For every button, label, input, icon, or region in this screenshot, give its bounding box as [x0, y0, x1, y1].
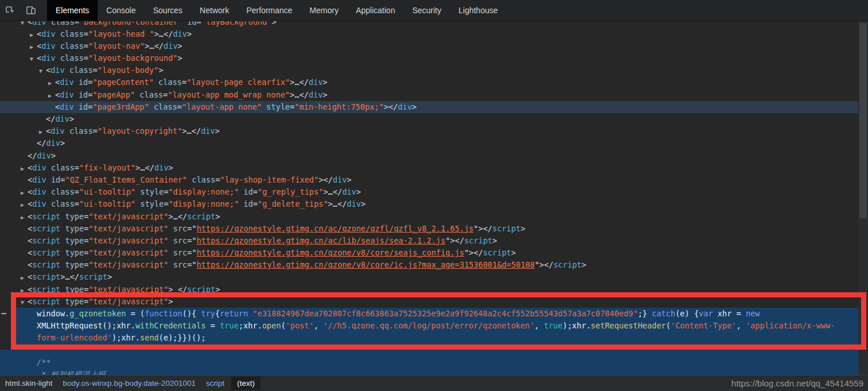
code-token: type — [60, 297, 84, 306]
code-token: div — [50, 126, 65, 136]
tab-lighthouse[interactable]: Lighthouse — [450, 0, 507, 21]
dom-tree-line[interactable]: ▼<div class="layout-background"> — [0, 52, 868, 64]
tab-performance[interactable]: Performance — [238, 0, 301, 21]
chevron-collapsed-icon[interactable]: ▶ — [21, 272, 28, 284]
code-token: </ — [299, 78, 309, 87]
code-token: < — [28, 248, 32, 257]
resource-link[interactable]: https://qzonestyle.gtimg.cn/qzone/v8/cor… — [197, 260, 535, 269]
dom-tree-line[interactable]: <script type="text/javascript" src="http… — [0, 223, 868, 235]
chevron-expanded-icon[interactable]: ▼ — [21, 296, 28, 308]
chevron-collapsed-icon[interactable]: ▶ — [21, 199, 28, 211]
chevron-collapsed-icon[interactable]: ▶ — [21, 187, 28, 199]
breadcrumb-item[interactable]: script — [206, 379, 224, 388]
dom-tree-line[interactable]: /** — [0, 357, 868, 369]
tab-memory[interactable]: Memory — [301, 0, 348, 21]
dom-tree-line[interactable] — [0, 344, 868, 357]
dom-tree-line[interactable]: <script type="text/javascript" src="http… — [0, 247, 868, 259]
tab-elements[interactable]: Elements — [47, 0, 98, 21]
code-token: script — [32, 236, 60, 245]
dom-tree-line[interactable]: ▼<script type="text/javascript"> — [0, 296, 868, 308]
chevron-collapsed-icon[interactable]: ▶ — [39, 126, 46, 138]
code-token: > — [361, 199, 365, 208]
dom-tree-line[interactable]: <script type="text/javascript" src="http… — [0, 259, 868, 271]
code-token: </ — [154, 41, 164, 51]
code-token: > — [178, 53, 182, 63]
code-token: "layout-head " — [88, 29, 154, 38]
code-token: "layBackground" — [201, 21, 272, 26]
dom-tree-line[interactable]: </div> — [0, 113, 868, 125]
dom-tree-line[interactable]: ▶<script type="text/javascript"> </scrip… — [0, 284, 868, 296]
resource-link[interactable]: https://qzonestyle.gtimg.cn/ac/lib/seajs… — [197, 236, 446, 245]
code-token: script — [32, 297, 60, 306]
code-token: var — [699, 309, 713, 318]
code-token: > — [215, 126, 220, 136]
dom-tree-line[interactable]: ▶<script>…</script> — [0, 271, 868, 283]
dom-tree-line[interactable]: ▶<div class="layout-head ">…</div> — [0, 28, 868, 40]
code-token: type — [60, 236, 84, 245]
code-token: > — [69, 114, 74, 123]
tab-sources[interactable]: Sources — [145, 0, 191, 21]
dom-tree-line[interactable]: XMLHttpRequest();xhr.withCredentials = t… — [0, 320, 868, 332]
code-token: = — [164, 187, 168, 196]
dom-tree-line[interactable]: ▶<div class="ui-tooltip" style="display:… — [0, 186, 868, 198]
dom-tree-line[interactable]: </div> — [0, 137, 868, 149]
inspect-icon[interactable] — [0, 0, 21, 21]
dom-tree-line[interactable]: ▶<div class="layout-copyright">…</div> — [0, 125, 868, 137]
breadcrumb-item[interactable]: (text) — [231, 377, 260, 390]
code-token: script — [32, 260, 60, 269]
dom-tree-line[interactable]: <script type="text/javascript" src="http… — [0, 235, 868, 247]
dom-tree-line[interactable]: ▶<script type="text/javascript">…</scrip… — [0, 211, 868, 223]
code-token: class — [46, 163, 75, 172]
code-token: type — [60, 224, 84, 233]
code-token: < — [37, 41, 41, 51]
code-token: XMLHttpRequest();xhr. — [37, 321, 135, 330]
code-token: , — [535, 321, 544, 330]
dom-tree-line-selected[interactable]: <div id="page3rdApp" class="layout-app n… — [0, 101, 868, 113]
code-token: div — [201, 126, 215, 136]
resource-link[interactable]: https://qzonestyle.gtimg.cn/qzone/v8/cor… — [197, 248, 465, 257]
code-token: script — [32, 272, 60, 281]
tab-security[interactable]: Security — [404, 0, 450, 21]
resource-link[interactable]: https://qzonestyle.gtimg.cn/ac/qzone/qzf… — [197, 224, 474, 233]
chevron-expanded-icon[interactable]: ▼ — [30, 53, 37, 65]
vertical-scrollbar[interactable] — [858, 21, 868, 375]
chevron-collapsed-icon[interactable]: ▶ — [30, 29, 37, 41]
code-token: =" — [187, 248, 196, 257]
dom-tree-line[interactable]: ▶<div class="fix-layout">…</div> — [0, 162, 868, 174]
chevron-collapsed-icon[interactable]: ▶ — [21, 211, 28, 223]
chevron-collapsed-icon[interactable]: ▶ — [48, 90, 55, 102]
tab-application[interactable]: Application — [347, 0, 404, 21]
gutter-more-indicator[interactable]: ⋯ — [0, 308, 12, 350]
chevron-collapsed-icon[interactable]: ▶ — [21, 284, 28, 296]
chevron-collapsed-icon[interactable]: ▶ — [30, 41, 37, 53]
code-token: > — [169, 285, 178, 294]
dom-tree-line[interactable]: ▶<div class="ui-tooltip" style="display:… — [0, 198, 868, 210]
code-token: = — [197, 21, 201, 26]
code-token: div — [55, 114, 69, 123]
dom-tree-line[interactable]: ▶<div class="layout-nav">…</div> — [0, 40, 868, 52]
dom-tree-line[interactable]: <div id="QZ_Float_Items_Container" class… — [0, 174, 868, 186]
dom-tree-line[interactable]: window.g_qzonetoken = (function(){ try{r… — [0, 308, 868, 320]
dom-tree-line[interactable]: ▶<div id="pageApp" class="layout-app mod… — [0, 89, 868, 101]
breadcrumb-item[interactable]: html.skin-light — [5, 379, 53, 388]
chevron-expanded-icon[interactable]: ▼ — [21, 21, 28, 29]
chevron-collapsed-icon[interactable]: ▶ — [21, 162, 28, 175]
code-token: … — [328, 187, 333, 196]
code-token: </ — [333, 187, 342, 196]
code-token: "text/javascript" — [88, 285, 168, 294]
dom-tree-line[interactable]: form-urlencoded');xhr.send(e);}})(); — [0, 332, 868, 344]
dom-tree-line[interactable]: ▼<div class="layout-body"> — [0, 64, 868, 76]
code-token: div — [32, 163, 46, 172]
dom-tree-line[interactable]: ▼<div class="background-container" id="l… — [0, 21, 868, 28]
scrollbar-thumb[interactable] — [859, 23, 867, 218]
tab-network[interactable]: Network — [191, 0, 238, 21]
breadcrumb-item[interactable]: body.os-winxp.bg-body.date-20201001 — [63, 379, 196, 388]
chevron-expanded-icon[interactable]: ▼ — [39, 65, 46, 77]
devtools-toolbar: ElementsConsoleSourcesNetworkPerformance… — [0, 0, 868, 21]
chevron-collapsed-icon[interactable]: ▶ — [48, 77, 55, 89]
tab-console[interactable]: Console — [98, 0, 144, 21]
dom-tree-line[interactable]: ▶<div id="pageContent" class="layout-pag… — [0, 76, 868, 88]
device-toolbar-icon[interactable] — [21, 0, 41, 21]
dom-tree-line[interactable]: </div> — [0, 150, 868, 162]
code-token: type — [60, 248, 84, 257]
